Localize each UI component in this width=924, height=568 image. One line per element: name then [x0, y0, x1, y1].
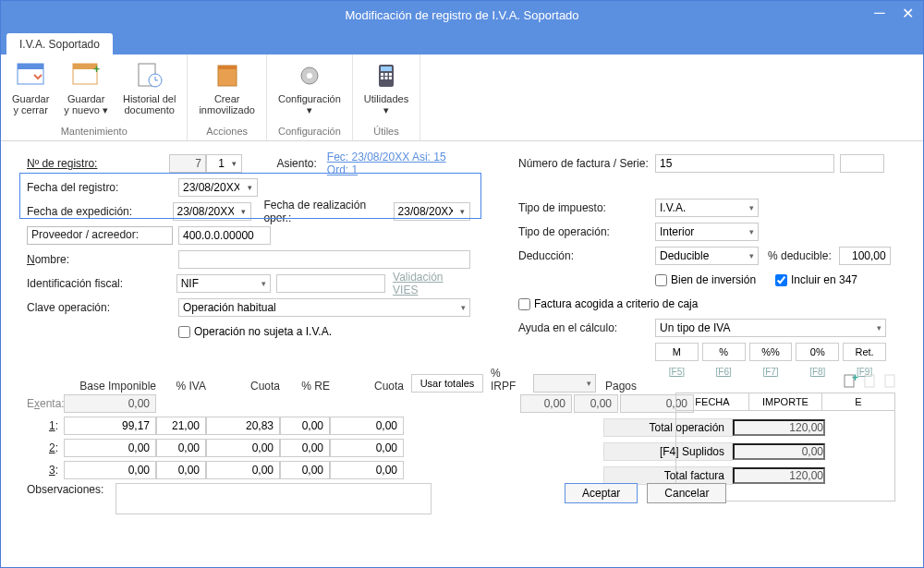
- nregistro-field[interactable]: [169, 154, 206, 173]
- irpf-v2-field: [574, 394, 618, 413]
- idfiscal-tipo-select[interactable]: NIF: [176, 274, 272, 293]
- cuota-field[interactable]: [206, 439, 280, 457]
- pagos-importe-col: IMPORTE: [749, 393, 822, 410]
- asiento-link[interactable]: Fec: 23/08/20XX Asi: 15 Ord: 1: [327, 151, 470, 176]
- minimize-button[interactable]: ─: [871, 5, 888, 22]
- historial-button[interactable]: Historial del documento: [119, 58, 179, 124]
- fecha-oper-dropdown[interactable]: ▾: [456, 202, 470, 221]
- cuota2-field[interactable]: [330, 439, 404, 457]
- irpf-select[interactable]: [533, 374, 596, 393]
- add-page-icon[interactable]: +: [842, 373, 858, 393]
- piva-field[interactable]: [156, 417, 206, 435]
- svg-text:+: +: [852, 373, 858, 384]
- col-base-label: Base Imponible: [64, 380, 156, 393]
- pre-field[interactable]: [280, 439, 330, 457]
- nregistro-ord-field[interactable]: [206, 154, 228, 173]
- svg-rect-17: [384, 77, 387, 79]
- idfiscal-num-field[interactable]: [276, 274, 385, 293]
- clave-select[interactable]: Operación habitual: [178, 298, 470, 317]
- pagos-fecha-col: FECHA: [676, 393, 749, 410]
- idfiscal-label: Identificación fiscal:: [27, 277, 176, 290]
- aceptar-button[interactable]: Aceptar: [565, 483, 638, 503]
- tipo-op-select[interactable]: Interior: [655, 223, 759, 241]
- base-field[interactable]: [64, 417, 156, 435]
- svg-text:+: +: [93, 63, 100, 76]
- ayuda-label: Ayuda en el cálculo:: [518, 321, 655, 334]
- gear-icon: [294, 60, 325, 91]
- svg-rect-21: [865, 375, 874, 387]
- cuota2-field[interactable]: [330, 417, 404, 435]
- history-icon: [134, 60, 165, 91]
- cancelar-button[interactable]: Cancelar: [647, 483, 726, 503]
- observaciones-label: Observaciones:: [27, 483, 116, 496]
- nfactura-field[interactable]: [655, 154, 834, 173]
- cuota-field[interactable]: [206, 417, 280, 435]
- window-title: Modificación de registro de I.V.A. Sopor…: [345, 8, 578, 22]
- svg-rect-12: [381, 66, 392, 71]
- mini-pct-button[interactable]: %: [702, 343, 746, 361]
- save-new-icon: +: [70, 60, 102, 91]
- cuota-field[interactable]: [206, 461, 280, 479]
- op-no-sujeta-checkbox[interactable]: Operación no sujeta a I.V.A.: [178, 325, 332, 338]
- ayuda-select[interactable]: Un tipo de IVA: [655, 319, 886, 337]
- fecha-registro-dropdown[interactable]: ▾: [243, 178, 258, 197]
- tab-iva-soportado[interactable]: I.V.A. Soportado: [6, 33, 113, 54]
- row-num-label: 1:: [27, 419, 64, 432]
- deduccion-select[interactable]: Deducible: [655, 247, 759, 265]
- mini-ret-button[interactable]: Ret.: [843, 343, 886, 361]
- pagos-header: FECHA IMPORTE E: [676, 393, 894, 411]
- guardar-nuevo-button[interactable]: + Guardar y nuevo ▾: [60, 58, 112, 124]
- clave-label: Clave operación:: [27, 301, 178, 314]
- criterio-caja-checkbox[interactable]: Factura acogida a criterio de caja: [518, 297, 698, 310]
- configuracion-button[interactable]: Configuración ▾: [274, 58, 345, 124]
- svg-rect-22: [885, 375, 894, 387]
- pct-ded-label: % deducible:: [768, 249, 832, 262]
- observaciones-field[interactable]: [116, 483, 432, 514]
- page2-icon[interactable]: [882, 373, 899, 393]
- titlebar: Modificación de registro de I.V.A. Sopor…: [1, 1, 923, 29]
- exenta-label: Exenta:: [27, 397, 64, 410]
- nregistro-ord-dropdown[interactable]: ▾: [228, 154, 242, 173]
- book-icon: [212, 60, 243, 91]
- irpf-v1-field: [520, 394, 572, 413]
- proveedor-label[interactable]: Proveedor / acreedor:: [27, 226, 173, 245]
- svg-rect-16: [381, 77, 383, 79]
- incluir-347-checkbox[interactable]: Incluir en 347: [775, 273, 857, 286]
- bien-inv-checkbox[interactable]: Bien de inversión: [655, 273, 775, 286]
- close-button[interactable]: ✕: [899, 5, 916, 22]
- asiento-label: Asiento:: [276, 157, 326, 170]
- proveedor-field[interactable]: [178, 226, 271, 245]
- pct-ded-field[interactable]: [839, 247, 891, 265]
- group-mantenimiento-label: Mantenimiento: [8, 124, 179, 139]
- fecha-exp-field[interactable]: [173, 202, 237, 221]
- fecha-exp-dropdown[interactable]: ▾: [237, 202, 251, 221]
- piva-field[interactable]: [156, 439, 206, 457]
- page-icon[interactable]: [862, 373, 879, 393]
- cuota2-field[interactable]: [330, 461, 404, 479]
- serie-field[interactable]: [840, 154, 884, 173]
- pre-field[interactable]: [280, 417, 330, 435]
- validacion-vies-link[interactable]: Validación VIES: [393, 271, 470, 296]
- tipo-imp-select[interactable]: I.V.A.: [655, 199, 759, 217]
- col-pre-label: % RE: [280, 380, 330, 393]
- fecha-registro-field[interactable]: [178, 178, 243, 197]
- fecha-oper-field[interactable]: [394, 202, 456, 221]
- group-acciones-label: Acciones: [195, 124, 259, 139]
- svg-point-10: [307, 73, 312, 79]
- pre-field[interactable]: [280, 461, 330, 479]
- base-field[interactable]: [64, 461, 156, 479]
- tipo-op-label: Tipo de operación:: [518, 225, 655, 238]
- usar-totales-button[interactable]: Usar totales: [411, 374, 483, 393]
- crear-inmovilizado-button[interactable]: Crear inmovilizado: [195, 58, 259, 124]
- mini-m-button[interactable]: M: [655, 343, 699, 361]
- base-field[interactable]: [64, 439, 156, 457]
- fecha-registro-label: Fecha del registro:: [27, 181, 178, 194]
- guardar-cerrar-button[interactable]: Guardar y cerrar: [8, 58, 53, 124]
- mini-0pct-button[interactable]: 0%: [796, 343, 839, 361]
- utilidades-button[interactable]: Utilidades ▾: [360, 58, 412, 124]
- exenta-field[interactable]: [64, 394, 156, 413]
- svg-rect-18: [389, 77, 392, 79]
- mini-pctpct-button[interactable]: %%: [749, 343, 793, 361]
- nombre-field[interactable]: [178, 250, 470, 269]
- piva-field[interactable]: [156, 461, 206, 479]
